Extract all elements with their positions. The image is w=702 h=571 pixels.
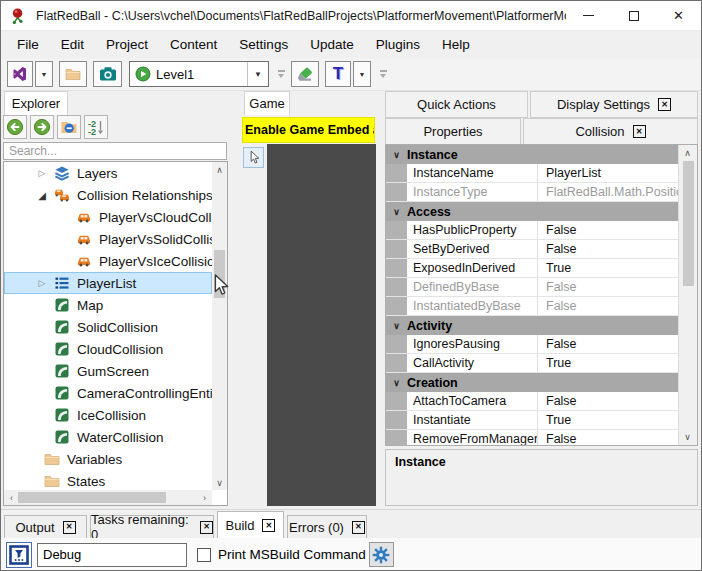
tree-item-collision-relationships[interactable]: ◢ Collision Relationships	[4, 184, 212, 206]
property-row-instantiatedbybase[interactable]: InstantiatedByBase False	[386, 297, 678, 316]
chevron-right-icon[interactable]: ▷	[30, 168, 54, 178]
scroll-down-icon[interactable]: ∨	[678, 429, 697, 445]
startup-screen-select[interactable]: Level1 ▼	[129, 61, 269, 87]
navigate-back-button[interactable]	[3, 115, 27, 139]
scroll-down-icon[interactable]: ∨	[212, 475, 227, 490]
tree-item-states[interactable]: States	[4, 470, 212, 490]
section-access[interactable]: ∨ Access	[386, 202, 678, 221]
scroll-up-icon[interactable]: ∧	[678, 145, 697, 161]
menu-item-plugins[interactable]: Plugins	[365, 37, 431, 52]
menu-item-settings[interactable]: Settings	[228, 37, 299, 52]
section-creation[interactable]: ∨ Creation	[386, 373, 678, 392]
tree-item-map[interactable]: Map	[4, 294, 212, 316]
close-tab-icon[interactable]: ✕	[63, 521, 76, 534]
close-tab-icon[interactable]: ✕	[200, 521, 213, 534]
tree-item-solidcollision[interactable]: SolidCollision	[4, 316, 212, 338]
close-button[interactable]: ✕	[656, 1, 701, 30]
maximize-button[interactable]	[611, 1, 656, 30]
tree-item-playerlist[interactable]: ▷ PlayerList	[4, 272, 212, 294]
open-folder-button[interactable]	[59, 61, 87, 87]
run-options-dropdown[interactable]: ▼	[35, 61, 53, 87]
entity-icon	[54, 297, 70, 313]
scroll-left-icon[interactable]: ‹	[4, 490, 19, 505]
build-configuration-input[interactable]	[37, 543, 187, 567]
menu-item-content[interactable]: Content	[159, 37, 228, 52]
scrollbar-thumb[interactable]	[683, 161, 694, 286]
property-row-ignorespausing[interactable]: IgnoresPausing False	[386, 335, 678, 354]
property-row-haspublicproperty[interactable]: HasPublicProperty False	[386, 221, 678, 240]
tree-item-playervscloudcollision[interactable]: PlayerVsCloudCollision	[4, 206, 212, 228]
tree-item-variables[interactable]: Variables	[4, 448, 212, 470]
text-tool-button[interactable]: T	[325, 61, 351, 87]
tree-item-cloudcollision[interactable]: CloudCollision	[4, 338, 212, 360]
property-row-instancename[interactable]: InstanceName PlayerList	[386, 164, 678, 183]
close-tab-icon[interactable]: ✕	[633, 125, 646, 138]
run-visual-studio-button[interactable]	[7, 61, 33, 87]
chevron-down-icon[interactable]: ∨	[386, 378, 407, 388]
toolbar-overflow-icon[interactable]	[377, 65, 389, 83]
tab-quick-actions[interactable]: Quick Actions	[385, 91, 528, 118]
tab-build[interactable]: Build ✕	[217, 511, 284, 539]
minimize-button[interactable]	[566, 1, 611, 30]
tab-output[interactable]: Output ✕	[4, 515, 87, 539]
menu-item-help[interactable]: Help	[431, 37, 481, 52]
chevron-down-icon[interactable]: ∨	[386, 207, 407, 217]
screenshot-button[interactable]	[93, 61, 122, 87]
game-embed-banner[interactable]: Enable Game Embed and	[242, 117, 375, 143]
section-activity[interactable]: ∨ Activity	[386, 316, 678, 335]
property-row-setbyderived[interactable]: SetByDerived False	[386, 240, 678, 259]
scrollbar-thumb[interactable]	[18, 492, 166, 503]
property-row-instantiate[interactable]: Instantiate True	[386, 411, 678, 430]
property-row-attachtocamera[interactable]: AttachToCamera False	[386, 392, 678, 411]
msbuild-button[interactable]	[6, 542, 32, 568]
tree-item-gumscreen[interactable]: GumScreen	[4, 360, 212, 382]
tree-vertical-scrollbar[interactable]: ∧ ∨	[212, 162, 227, 490]
tab-explorer[interactable]: Explorer	[4, 91, 68, 115]
tab-tasks-remaining[interactable]: Tasks remaining: 0 ✕	[90, 515, 214, 539]
tree-item-playervssolidcollision[interactable]: PlayerVsSolidCollision	[4, 228, 212, 250]
chevron-right-icon[interactable]: ▷	[30, 278, 54, 288]
text-tool-dropdown[interactable]: ▼	[353, 61, 371, 87]
property-row-callactivity[interactable]: CallActivity True	[386, 354, 678, 373]
chevron-down-icon[interactable]: ∨	[386, 321, 407, 331]
scroll-up-icon[interactable]: ∧	[212, 162, 227, 177]
chevron-expanded-icon[interactable]: ◢	[30, 190, 54, 201]
tree-item-layers[interactable]: ▷ Layers	[4, 162, 212, 184]
grid-vertical-scrollbar[interactable]: ∧ ∨	[678, 145, 697, 445]
chevron-down-icon[interactable]: ▼	[247, 62, 268, 86]
close-tab-icon[interactable]: ✕	[658, 98, 671, 111]
sort-button[interactable]	[84, 115, 108, 139]
search-input[interactable]	[3, 142, 227, 160]
section-instance[interactable]: ∨ Instance	[386, 145, 678, 164]
property-row-definedbybase[interactable]: DefinedByBase False	[386, 278, 678, 297]
navigate-forward-button[interactable]	[30, 115, 54, 139]
tree-item-playervsicecollision[interactable]: PlayerVsIceCollision	[4, 250, 212, 272]
game-canvas[interactable]	[267, 144, 376, 506]
menu-item-project[interactable]: Project	[95, 37, 159, 52]
toolbar-overflow-icon[interactable]	[275, 65, 287, 83]
menu-item-file[interactable]: File	[6, 37, 50, 52]
close-tab-icon[interactable]: ✕	[262, 519, 275, 532]
tab-collision[interactable]: Collision ✕	[523, 118, 698, 145]
property-row-removefrommanagers[interactable]: RemoveFromManagersWh False	[386, 430, 678, 446]
tab-errors[interactable]: Errors (0) ✕	[287, 515, 367, 539]
tree-item-watercollision[interactable]: WaterCollision	[4, 426, 212, 448]
build-settings-button[interactable]	[369, 542, 394, 567]
eraser-tool-button[interactable]	[291, 61, 319, 87]
tree-item-icecollision[interactable]: IceCollision	[4, 404, 212, 426]
tab-display-settings[interactable]: Display Settings ✕	[530, 91, 698, 118]
tree-item-cameracontrollingentity[interactable]: CameraControllingEntityIn	[4, 382, 212, 404]
select-tool-button[interactable]	[243, 147, 264, 168]
menu-item-update[interactable]: Update	[299, 37, 365, 52]
close-tab-icon[interactable]: ✕	[352, 521, 365, 534]
property-row-exposedinderived[interactable]: ExposedInDerived True	[386, 259, 678, 278]
tab-game[interactable]: Game	[244, 91, 290, 115]
property-row-instancetype[interactable]: InstanceType FlatRedBall.Math.Positioned	[386, 183, 678, 202]
print-msbuild-checkbox[interactable]	[197, 548, 211, 562]
scroll-right-icon[interactable]: ›	[197, 490, 212, 505]
menu-item-edit[interactable]: Edit	[50, 37, 95, 52]
collapse-all-button[interactable]	[57, 115, 81, 139]
tree-horizontal-scrollbar[interactable]: ‹ ›	[4, 490, 212, 505]
chevron-down-icon[interactable]: ∨	[386, 150, 407, 160]
tab-properties[interactable]: Properties	[385, 118, 521, 145]
